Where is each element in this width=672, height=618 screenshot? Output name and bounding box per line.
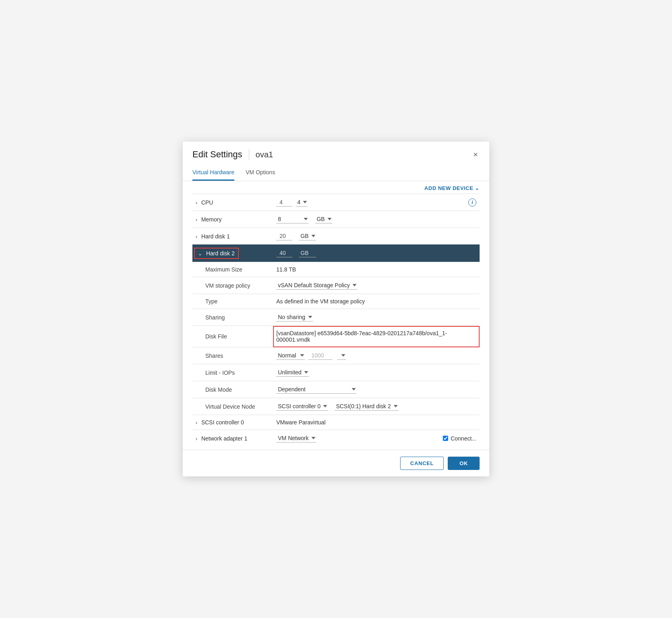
virtual-device-node-row: Virtual Device Node SCSI controller 0 SC… <box>192 398 480 415</box>
connect-label: Connect... <box>451 435 476 442</box>
disk-mode-select[interactable]: DependentIndependent - PersistentIndepen… <box>276 385 357 394</box>
type-row: Type As defined in the VM storage policy <box>192 294 480 309</box>
expand-memory-icon[interactable]: › <box>196 217 197 223</box>
cpu-info-icon[interactable]: i <box>468 198 476 207</box>
maximum-size-value: 11.8 TB <box>276 266 296 273</box>
add-new-device-button[interactable]: ADD NEW DEVICE ⌄ <box>424 185 480 191</box>
hardware-table: › CPU 4 428 i › Memory <box>192 194 480 447</box>
vm-storage-policy-select[interactable]: vSAN Default Storage Policy <box>276 281 357 290</box>
modal-title: Edit Settings <box>192 149 242 160</box>
expand-network-icon[interactable]: › <box>196 436 197 442</box>
shares-select[interactable]: NormalLowHighCustom <box>276 351 305 360</box>
title-divider <box>249 149 249 160</box>
hard-disk-2-header: ⌄ Hard disk 2 40 GBMBTB <box>192 244 480 262</box>
disk-mode-row: Disk Mode DependentIndependent - Persist… <box>192 381 480 398</box>
memory-value-select[interactable]: 8416 <box>276 215 309 223</box>
shares-label: Shares <box>205 353 223 359</box>
scsi-controller-label: SCSI controller 0 <box>201 419 244 426</box>
disk2-value: 40 <box>276 249 292 257</box>
ok-button[interactable]: OK <box>448 457 480 470</box>
hardware-content: › CPU 4 428 i › Memory <box>183 194 489 447</box>
memory-unit-select[interactable]: GBMB <box>315 215 332 223</box>
maximum-size-label: Maximum Size <box>205 266 242 273</box>
cpu-row: › CPU 4 428 i <box>192 194 480 211</box>
expand-disk1-icon[interactable]: › <box>196 234 197 240</box>
disk-file-label: Disk File <box>205 333 227 340</box>
toolbar: ADD NEW DEVICE ⌄ <box>183 181 489 194</box>
title-group: Edit Settings ova1 <box>192 149 273 160</box>
maximum-size-row: Maximum Size 11.8 TB <box>192 262 480 277</box>
cpu-value: 4 <box>276 198 292 207</box>
vm-storage-policy-row: VM storage policy vSAN Default Storage P… <box>192 277 480 294</box>
sharing-row: Sharing No sharingMulti-writer <box>192 309 480 326</box>
limit-iops-select[interactable]: UnlimitedCustom <box>276 368 309 377</box>
scsi-controller-row: › SCSI controller 0 VMware Paravirtual <box>192 415 480 430</box>
type-value: As defined in the VM storage policy <box>276 298 365 305</box>
vm-storage-policy-label: VM storage policy <box>205 282 250 289</box>
memory-label: Memory <box>201 216 222 223</box>
tabs-bar: Virtual Hardware VM Options <box>183 165 489 181</box>
close-button[interactable]: × <box>472 149 480 160</box>
cpu-select[interactable]: 428 <box>296 198 308 207</box>
expand-scsi-icon[interactable]: › <box>196 420 197 426</box>
tab-virtual-hardware[interactable]: Virtual Hardware <box>192 165 234 181</box>
vdn-disk-select[interactable]: SCSI(0:1) Hard disk 2 <box>334 402 399 411</box>
shares-expand-select[interactable] <box>337 351 346 360</box>
scsi-controller-value: VMware Paravirtual <box>276 419 326 426</box>
sharing-select[interactable]: No sharingMulti-writer <box>276 313 313 322</box>
memory-row: › Memory 8416 GBMB <box>192 211 480 228</box>
modal-footer: CANCEL OK <box>183 450 489 476</box>
disk-file-row: Disk File [vsanDatastore] e6539d64-5bd8-… <box>192 326 480 347</box>
hard-disk-1-row: › Hard disk 1 20 GBMBTB <box>192 228 480 245</box>
sharing-label: Sharing <box>205 314 225 321</box>
disk1-value: 20 <box>276 232 292 240</box>
cancel-button[interactable]: CANCEL <box>400 457 444 470</box>
modal-header: Edit Settings ova1 × <box>183 142 489 160</box>
shares-row: Shares NormalLowHighCustom 1000 <box>192 347 480 364</box>
disk2-unit-select[interactable]: GBMBTB <box>299 249 316 257</box>
network-adapter-select[interactable]: VM Network <box>276 434 316 443</box>
disk-file-value: [vsanDatastore] e6539d64-5bd8-7eac-4829-… <box>276 330 447 343</box>
hard-disk-2-label: Hard disk 2 <box>206 250 235 257</box>
expand-disk2-icon[interactable]: ⌄ <box>198 251 202 257</box>
virtual-device-node-label: Virtual Device Node <box>205 403 255 410</box>
network-adapter-row: › Network adapter 1 VM Network Connect..… <box>192 430 480 447</box>
connect-checkbox-group: Connect... <box>443 435 476 442</box>
network-adapter-label: Network adapter 1 <box>201 435 247 442</box>
expand-cpu-icon[interactable]: › <box>196 200 197 206</box>
limit-iops-label: Limit - IOPs <box>205 370 235 376</box>
edit-settings-modal: Edit Settings ova1 × Virtual Hardware VM… <box>183 142 489 476</box>
cpu-label: CPU <box>201 199 213 206</box>
shares-controls: NormalLowHighCustom 1000 <box>276 351 436 360</box>
tab-vm-options[interactable]: VM Options <box>246 165 275 181</box>
connect-checkbox[interactable] <box>443 436 448 441</box>
vdn-controller-select[interactable]: SCSI controller 0 <box>276 402 328 411</box>
hard-disk-1-label: Hard disk 1 <box>201 233 230 240</box>
shares-num-value: 1000 <box>308 351 332 360</box>
limit-iops-row: Limit - IOPs UnlimitedCustom <box>192 364 480 381</box>
disk1-unit-select[interactable]: GBMBTB <box>299 232 316 240</box>
modal-subtitle: ova1 <box>256 150 273 159</box>
disk-mode-label: Disk Mode <box>205 386 232 393</box>
chevron-down-icon: ⌄ <box>475 185 480 191</box>
type-label: Type <box>205 298 217 305</box>
